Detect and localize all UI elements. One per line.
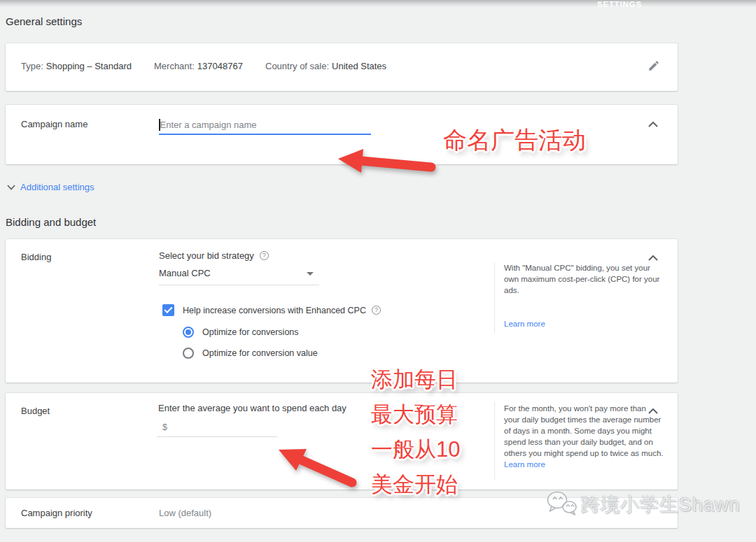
merchant-label: Merchant: xyxy=(154,61,195,71)
budget-label: Budget xyxy=(21,406,50,416)
radio-selected-icon[interactable] xyxy=(183,327,194,338)
general-settings-heading: General settings xyxy=(6,15,82,27)
cutoff-header-strip xyxy=(0,0,756,7)
help-circle-icon[interactable] xyxy=(372,306,381,315)
settings-nav-label: SETTINGS xyxy=(597,0,642,8)
pencil-icon xyxy=(648,64,660,74)
optimize-conversions-option[interactable]: Optimize for conversions xyxy=(183,327,299,338)
collapse-campaign-name-button[interactable] xyxy=(647,117,659,131)
country-label: Country of sale: xyxy=(265,61,329,71)
annotation-budget-line: 一般从10 xyxy=(371,434,460,469)
annotation-budget: 添加每日 最大预算 一般从10 美金开始 xyxy=(371,364,460,504)
bidding-budget-heading: Bidding and budget xyxy=(6,216,96,228)
chevron-up-icon xyxy=(648,406,658,416)
campaign-type: Type:Shopping – Standard xyxy=(21,61,132,71)
bid-strategy-row: Select your bid strategy xyxy=(159,250,269,261)
radio-unselected-icon[interactable] xyxy=(183,348,194,359)
country-of-sale: Country of sale:United States xyxy=(265,61,386,71)
additional-settings-label: Additional settings xyxy=(20,182,94,192)
enhanced-cpc-checkbox[interactable] xyxy=(162,304,174,316)
merchant: Merchant:137048767 xyxy=(154,61,243,71)
budget-help-text: For the month, you won't pay more than y… xyxy=(504,403,664,470)
help-circle-icon[interactable] xyxy=(260,251,269,260)
country-value: United States xyxy=(332,61,386,71)
chevron-up-icon xyxy=(648,119,658,129)
campaign-priority-label: Campaign priority xyxy=(21,508,92,518)
type-label: Type: xyxy=(21,61,43,71)
currency-symbol: $ xyxy=(162,422,167,432)
collapse-budget-button[interactable] xyxy=(647,404,659,418)
type-value: Shopping – Standard xyxy=(46,61,132,71)
optimize-conversions-label: Optimize for conversions xyxy=(202,327,299,337)
dropdown-caret-icon xyxy=(307,272,314,276)
chevron-up-icon xyxy=(648,252,658,263)
bid-strategy-label: Select your bid strategy xyxy=(159,250,254,261)
bidding-label: Bidding xyxy=(21,252,51,262)
additional-settings-toggle[interactable]: Additional settings xyxy=(7,182,94,192)
daily-budget-input[interactable] xyxy=(172,422,262,433)
help-panel-divider xyxy=(494,263,495,333)
enhanced-cpc-label: Help increase conversions with Enhanced … xyxy=(183,306,366,315)
budget-card: Budget Enter the average you want to spe… xyxy=(6,393,678,490)
bidding-learn-more-link[interactable]: Learn more xyxy=(504,318,664,329)
annotation-campaign-name: 命名广告活动 xyxy=(443,124,586,157)
annotation-budget-line: 美金开始 xyxy=(371,469,460,504)
daily-budget-field[interactable]: $ xyxy=(157,418,277,437)
bidding-card: Bidding Select your bid strategy Manual … xyxy=(6,239,678,383)
campaign-name-field[interactable] xyxy=(159,115,371,135)
edit-button[interactable] xyxy=(648,59,660,74)
campaign-priority-card: Campaign priority Low (default) xyxy=(6,498,678,528)
help-panel-divider xyxy=(494,401,495,480)
annotation-budget-line: 最大预算 xyxy=(371,399,460,434)
google-ads-settings-page: SETTINGS General settings Type:Shopping … xyxy=(0,0,756,542)
enhanced-cpc-row: Help increase conversions with Enhanced … xyxy=(162,304,381,316)
campaign-name-input[interactable] xyxy=(160,120,363,130)
annotation-budget-line: 添加每日 xyxy=(371,364,460,399)
campaign-name-label: Campaign name xyxy=(21,119,88,129)
budget-help-body: For the month, you won't pay more than y… xyxy=(504,404,664,457)
optimize-conversion-value-label: Optimize for conversion value xyxy=(202,348,318,358)
campaign-priority-value: Low (default) xyxy=(159,508,211,518)
bid-strategy-select[interactable]: Manual CPC xyxy=(159,267,319,285)
chevron-down-icon xyxy=(7,182,15,192)
merchant-value: 137048767 xyxy=(197,61,243,71)
campaign-summary-card: Type:Shopping – Standard Merchant:137048… xyxy=(6,43,678,91)
collapse-bidding-button[interactable] xyxy=(647,251,659,264)
budget-learn-more-link[interactable]: Learn more xyxy=(504,460,545,469)
optimize-conversion-value-option[interactable]: Optimize for conversion value xyxy=(183,348,318,359)
budget-field-label: Enter the average you want to spend each… xyxy=(158,403,346,413)
bid-strategy-value: Manual CPC xyxy=(159,267,211,278)
bidding-help-text: With "Manual CPC" bidding, you set your … xyxy=(504,262,664,296)
